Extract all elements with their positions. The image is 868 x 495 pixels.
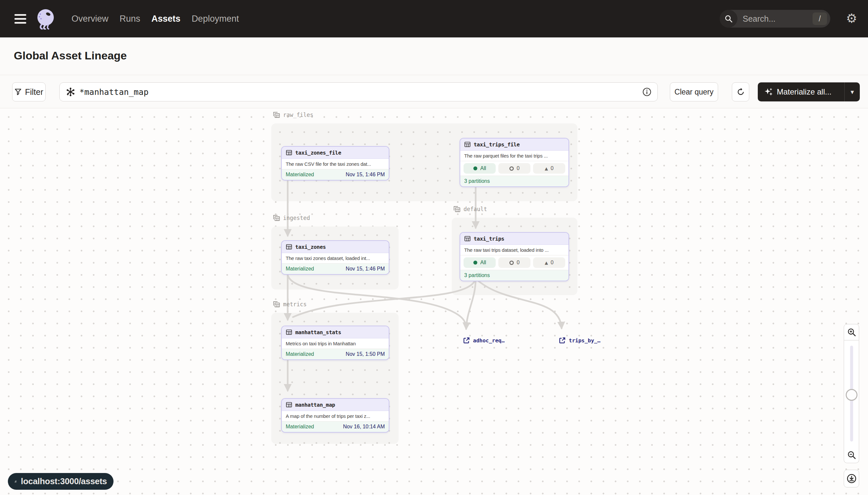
partitions-failed-pill[interactable]: 0 [498, 257, 530, 268]
zoom-out-button[interactable] [844, 447, 859, 463]
asset-title: taxi_zones [295, 244, 326, 250]
filter-button[interactable]: Filter [12, 82, 46, 101]
lineage-edges [0, 108, 868, 495]
partitions-materialized-pill[interactable]: All [463, 257, 496, 268]
asset-group-icon [453, 205, 461, 213]
refresh-icon [737, 88, 745, 96]
asset-title: taxi_trips [474, 236, 504, 242]
asset-title: taxi_trips_file [474, 141, 520, 148]
partitions-materialized-pill[interactable]: All [463, 163, 496, 174]
funnel-icon [14, 88, 22, 96]
materialization-timestamp: Nov 16, 10:14 AM [343, 424, 385, 430]
refresh-query-button[interactable] [732, 82, 749, 101]
external-asset-adhoc-request[interactable]: adhoc_req… [463, 337, 504, 344]
materialized-dot-icon [473, 166, 478, 171]
materialize-all-button[interactable]: Materialize all... ▾ [758, 82, 860, 101]
search-input[interactable]: Search... / [720, 10, 830, 28]
partitions-missing-pill[interactable]: ▲ 0 [533, 163, 565, 174]
asset-description: The raw taxi trips dataset, loaded into … [460, 245, 568, 255]
table-icon [286, 329, 292, 336]
asset-title: taxi_zones_file [295, 150, 341, 156]
asset-description: The raw CSV file for the taxi zones dat.… [282, 159, 389, 169]
asset-node-taxi-zones-file[interactable]: taxi_zones_file The raw CSV file for the… [281, 146, 389, 181]
status-badge: Materialized [286, 266, 314, 272]
group-label-ingested[interactable]: ingested [272, 214, 310, 222]
page-title: Global Asset Lineage [14, 49, 127, 62]
asset-description: The raw taxi zones dataset, loaded int..… [282, 253, 389, 263]
table-icon [286, 402, 292, 408]
asset-description: The raw parquet files for the taxi trips… [460, 151, 568, 161]
zoom-in-button[interactable] [844, 324, 859, 340]
table-icon [286, 149, 292, 156]
asset-node-taxi-zones[interactable]: taxi_zones The raw taxi zones dataset, l… [281, 240, 389, 275]
chevron-down-icon: ▾ [851, 88, 854, 96]
search-placeholder: Search... [743, 14, 813, 24]
lineage-toolbar: Filter *manhattan_map Clear query [0, 75, 868, 108]
external-link-icon [463, 337, 470, 344]
zoom-slider-thumb[interactable] [846, 389, 857, 401]
asset-node-taxi-trips[interactable]: taxi_trips The raw taxi trips dataset, l… [460, 232, 569, 281]
asset-node-taxi-trips-file[interactable]: taxi_trips_file The raw parquet files fo… [460, 138, 569, 187]
lock-slash-icon [14, 477, 17, 486]
nav-item-overview[interactable]: Overview [72, 14, 109, 24]
menu-icon[interactable] [14, 13, 28, 25]
partitions-failed-pill[interactable]: 0 [498, 163, 530, 174]
external-link-icon [559, 337, 566, 344]
failed-ring-icon [509, 260, 514, 265]
lineage-canvas[interactable]: raw_files ingested default metrics [0, 108, 868, 495]
missing-triangle-icon: ▲ [545, 260, 548, 265]
group-label-metrics[interactable]: metrics [272, 300, 307, 308]
asset-title: manhattan_map [295, 402, 335, 408]
gear-icon: ⚙ [846, 12, 857, 24]
missing-triangle-icon: ▲ [545, 166, 548, 171]
asset-group-icon [272, 214, 281, 222]
clear-query-button[interactable]: Clear query [670, 82, 718, 101]
asset-node-manhattan-map[interactable]: manhattan_map A map of the number of tri… [281, 398, 389, 433]
asset-group-icon [272, 111, 281, 119]
top-nav: Overview Runs Assets Deployment Search..… [0, 0, 868, 37]
nav-links: Overview Runs Assets Deployment [72, 0, 239, 37]
info-icon[interactable] [642, 87, 652, 97]
status-badge: Materialized [286, 351, 314, 357]
group-label-default[interactable]: default [453, 205, 487, 213]
zoom-slider[interactable] [844, 340, 859, 447]
partitions-count: 3 partitions [460, 270, 568, 281]
asset-description: Metrics on taxi trips in Manhattan [282, 338, 389, 349]
url-text: localhost:3000/assets [21, 476, 107, 487]
nav-item-assets[interactable]: Assets [152, 14, 181, 24]
partitions-missing-pill[interactable]: ▲ 0 [533, 257, 565, 268]
zoom-out-icon [847, 450, 856, 460]
lineage-query-icon [66, 87, 75, 97]
asset-query-input[interactable]: *manhattan_map [59, 82, 658, 101]
url-overlay: localhost:3000/assets [8, 473, 113, 490]
table-icon [464, 141, 471, 148]
status-badge: Materialized [286, 424, 314, 430]
external-asset-trips-by[interactable]: trips_by_… [559, 337, 600, 344]
materialization-timestamp: Nov 15, 1:46 PM [346, 266, 385, 272]
download-view-button[interactable] [844, 470, 859, 488]
asset-node-manhattan-stats[interactable]: manhattan_stats Metrics on taxi trips in… [281, 326, 389, 360]
zoom-in-icon [847, 328, 856, 337]
asset-description: A map of the number of trips per taxi z.… [282, 411, 389, 422]
materialized-dot-icon [473, 260, 478, 265]
asset-group-icon [272, 300, 281, 308]
settings-button[interactable]: ⚙ [844, 11, 860, 26]
nav-item-deployment[interactable]: Deployment [192, 14, 239, 24]
failed-ring-icon [509, 166, 514, 171]
dagster-logo-icon[interactable] [35, 8, 56, 30]
asset-title: manhattan_stats [295, 329, 341, 336]
group-label-raw-files[interactable]: raw_files [272, 111, 313, 119]
materialization-timestamp: Nov 15, 1:46 PM [346, 172, 385, 177]
status-badge: Materialized [286, 172, 314, 177]
partitions-count: 3 partitions [460, 176, 568, 186]
zoom-controls [844, 324, 859, 463]
download-icon [846, 473, 857, 484]
materialize-dropdown-button[interactable]: ▾ [845, 88, 860, 96]
partition-health-row: All 0 ▲ 0 [460, 161, 568, 176]
query-value: *manhattan_map [79, 87, 638, 97]
nav-item-runs[interactable]: Runs [120, 14, 140, 24]
sparkle-icon [764, 87, 774, 97]
partition-health-row: All 0 ▲ 0 [460, 255, 568, 270]
materialization-timestamp: Nov 15, 1:50 PM [346, 351, 385, 357]
page-header: Global Asset Lineage Reload definitions [0, 37, 868, 75]
